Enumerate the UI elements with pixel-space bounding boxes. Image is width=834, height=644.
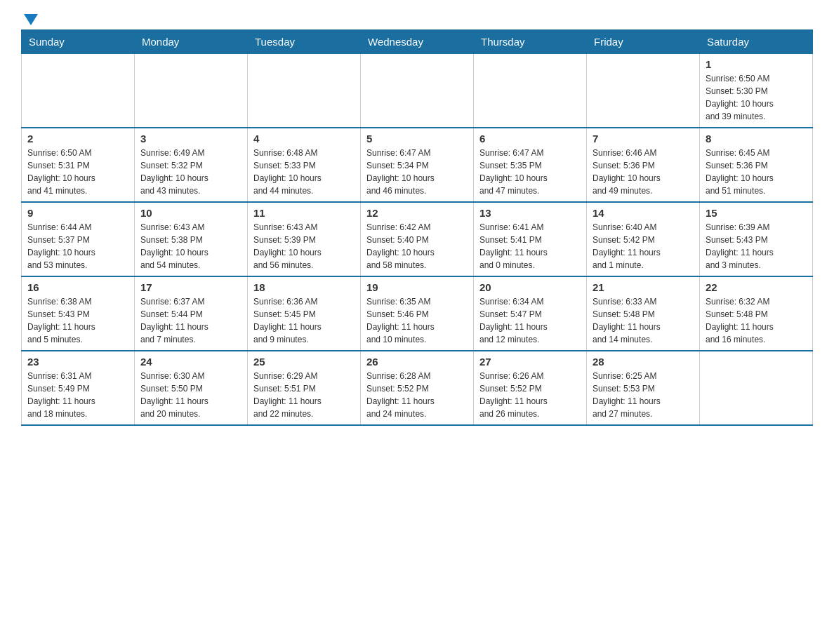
calendar-day-cell: 10Sunrise: 6:43 AM Sunset: 5:38 PM Dayli…	[135, 202, 248, 276]
day-info: Sunrise: 6:35 AM Sunset: 5:46 PM Dayligh…	[366, 295, 468, 346]
day-info: Sunrise: 6:37 AM Sunset: 5:44 PM Dayligh…	[140, 295, 241, 346]
calendar-day-cell: 22Sunrise: 6:32 AM Sunset: 5:48 PM Dayli…	[700, 276, 813, 351]
calendar-day-cell: 6Sunrise: 6:47 AM Sunset: 5:35 PM Daylig…	[474, 128, 587, 202]
day-info: Sunrise: 6:44 AM Sunset: 5:37 PM Dayligh…	[27, 221, 128, 271]
day-number: 13	[479, 207, 581, 219]
day-info: Sunrise: 6:45 AM Sunset: 5:36 PM Dayligh…	[706, 147, 807, 197]
logo-general	[21, 14, 38, 25]
calendar-day-cell: 27Sunrise: 6:26 AM Sunset: 5:52 PM Dayli…	[474, 351, 587, 425]
day-of-week-header: Friday	[587, 30, 700, 54]
calendar-day-cell: 8Sunrise: 6:45 AM Sunset: 5:36 PM Daylig…	[700, 128, 813, 202]
day-number: 2	[27, 133, 128, 145]
calendar-header-row: SundayMondayTuesdayWednesdayThursdayFrid…	[22, 30, 813, 54]
calendar-day-cell: 24Sunrise: 6:30 AM Sunset: 5:50 PM Dayli…	[135, 351, 248, 425]
day-number: 12	[366, 207, 468, 219]
day-info: Sunrise: 6:47 AM Sunset: 5:34 PM Dayligh…	[366, 147, 468, 197]
calendar-day-cell: 7Sunrise: 6:46 AM Sunset: 5:36 PM Daylig…	[587, 128, 700, 202]
calendar-day-cell: 16Sunrise: 6:38 AM Sunset: 5:43 PM Dayli…	[22, 276, 135, 351]
day-info: Sunrise: 6:49 AM Sunset: 5:32 PM Dayligh…	[140, 147, 241, 197]
day-of-week-header: Tuesday	[248, 30, 361, 54]
day-number: 1	[706, 58, 807, 70]
day-info: Sunrise: 6:36 AM Sunset: 5:45 PM Dayligh…	[253, 295, 355, 346]
day-info: Sunrise: 6:47 AM Sunset: 5:35 PM Dayligh…	[479, 147, 581, 197]
day-number: 15	[706, 207, 807, 219]
day-info: Sunrise: 6:30 AM Sunset: 5:50 PM Dayligh…	[140, 370, 241, 420]
calendar-week-row: 2Sunrise: 6:50 AM Sunset: 5:31 PM Daylig…	[22, 128, 813, 202]
calendar-day-cell: 11Sunrise: 6:43 AM Sunset: 5:39 PM Dayli…	[248, 202, 361, 276]
day-info: Sunrise: 6:50 AM Sunset: 5:30 PM Dayligh…	[706, 72, 807, 123]
calendar-day-cell	[22, 54, 135, 128]
calendar-table: SundayMondayTuesdayWednesdayThursdayFrid…	[21, 29, 813, 426]
day-number: 11	[253, 207, 355, 219]
day-number: 3	[140, 133, 241, 145]
day-number: 20	[479, 281, 581, 293]
calendar-day-cell: 2Sunrise: 6:50 AM Sunset: 5:31 PM Daylig…	[22, 128, 135, 202]
day-of-week-header: Sunday	[22, 30, 135, 54]
day-number: 16	[27, 281, 128, 293]
day-number: 19	[366, 281, 468, 293]
calendar-day-cell	[135, 54, 248, 128]
calendar-day-cell: 26Sunrise: 6:28 AM Sunset: 5:52 PM Dayli…	[361, 351, 474, 425]
day-info: Sunrise: 6:41 AM Sunset: 5:41 PM Dayligh…	[479, 221, 581, 271]
day-number: 5	[366, 133, 468, 145]
logo	[21, 14, 38, 22]
calendar-day-cell: 4Sunrise: 6:48 AM Sunset: 5:33 PM Daylig…	[248, 128, 361, 202]
day-of-week-header: Saturday	[700, 30, 813, 54]
day-info: Sunrise: 6:32 AM Sunset: 5:48 PM Dayligh…	[706, 295, 807, 346]
day-number: 21	[593, 281, 694, 293]
day-number: 8	[706, 133, 807, 145]
calendar-day-cell: 25Sunrise: 6:29 AM Sunset: 5:51 PM Dayli…	[248, 351, 361, 425]
day-number: 25	[253, 356, 355, 368]
calendar-day-cell: 23Sunrise: 6:31 AM Sunset: 5:49 PM Dayli…	[22, 351, 135, 425]
page-header	[21, 14, 813, 22]
day-info: Sunrise: 6:33 AM Sunset: 5:48 PM Dayligh…	[593, 295, 694, 346]
calendar-week-row: 16Sunrise: 6:38 AM Sunset: 5:43 PM Dayli…	[22, 276, 813, 351]
day-number: 23	[27, 356, 128, 368]
calendar-day-cell: 28Sunrise: 6:25 AM Sunset: 5:53 PM Dayli…	[587, 351, 700, 425]
day-number: 10	[140, 207, 241, 219]
logo-triangle-icon	[24, 14, 38, 25]
calendar-day-cell	[361, 54, 474, 128]
day-of-week-header: Thursday	[474, 30, 587, 54]
calendar-week-row: 1Sunrise: 6:50 AM Sunset: 5:30 PM Daylig…	[22, 54, 813, 128]
day-info: Sunrise: 6:43 AM Sunset: 5:38 PM Dayligh…	[140, 221, 241, 271]
day-info: Sunrise: 6:40 AM Sunset: 5:42 PM Dayligh…	[593, 221, 694, 271]
calendar-day-cell: 17Sunrise: 6:37 AM Sunset: 5:44 PM Dayli…	[135, 276, 248, 351]
calendar-day-cell	[587, 54, 700, 128]
day-info: Sunrise: 6:29 AM Sunset: 5:51 PM Dayligh…	[253, 370, 355, 420]
day-info: Sunrise: 6:46 AM Sunset: 5:36 PM Dayligh…	[593, 147, 694, 197]
day-of-week-header: Wednesday	[361, 30, 474, 54]
day-info: Sunrise: 6:26 AM Sunset: 5:52 PM Dayligh…	[479, 370, 581, 420]
calendar-day-cell: 20Sunrise: 6:34 AM Sunset: 5:47 PM Dayli…	[474, 276, 587, 351]
calendar-day-cell: 1Sunrise: 6:50 AM Sunset: 5:30 PM Daylig…	[700, 54, 813, 128]
day-info: Sunrise: 6:39 AM Sunset: 5:43 PM Dayligh…	[706, 221, 807, 271]
day-info: Sunrise: 6:42 AM Sunset: 5:40 PM Dayligh…	[366, 221, 468, 271]
day-number: 17	[140, 281, 241, 293]
day-number: 7	[593, 133, 694, 145]
calendar-week-row: 9Sunrise: 6:44 AM Sunset: 5:37 PM Daylig…	[22, 202, 813, 276]
calendar-day-cell: 19Sunrise: 6:35 AM Sunset: 5:46 PM Dayli…	[361, 276, 474, 351]
calendar-day-cell: 9Sunrise: 6:44 AM Sunset: 5:37 PM Daylig…	[22, 202, 135, 276]
calendar-day-cell: 14Sunrise: 6:40 AM Sunset: 5:42 PM Dayli…	[587, 202, 700, 276]
day-info: Sunrise: 6:28 AM Sunset: 5:52 PM Dayligh…	[366, 370, 468, 420]
day-number: 28	[593, 356, 694, 368]
calendar-day-cell: 21Sunrise: 6:33 AM Sunset: 5:48 PM Dayli…	[587, 276, 700, 351]
calendar-week-row: 23Sunrise: 6:31 AM Sunset: 5:49 PM Dayli…	[22, 351, 813, 425]
calendar-day-cell: 3Sunrise: 6:49 AM Sunset: 5:32 PM Daylig…	[135, 128, 248, 202]
day-info: Sunrise: 6:50 AM Sunset: 5:31 PM Dayligh…	[27, 147, 128, 197]
day-info: Sunrise: 6:43 AM Sunset: 5:39 PM Dayligh…	[253, 221, 355, 271]
day-number: 27	[479, 356, 581, 368]
day-info: Sunrise: 6:31 AM Sunset: 5:49 PM Dayligh…	[27, 370, 128, 420]
calendar-day-cell	[700, 351, 813, 425]
calendar-day-cell: 15Sunrise: 6:39 AM Sunset: 5:43 PM Dayli…	[700, 202, 813, 276]
day-number: 24	[140, 356, 241, 368]
day-number: 18	[253, 281, 355, 293]
day-info: Sunrise: 6:25 AM Sunset: 5:53 PM Dayligh…	[593, 370, 694, 420]
calendar-day-cell: 12Sunrise: 6:42 AM Sunset: 5:40 PM Dayli…	[361, 202, 474, 276]
calendar-day-cell	[248, 54, 361, 128]
day-number: 26	[366, 356, 468, 368]
calendar-day-cell: 18Sunrise: 6:36 AM Sunset: 5:45 PM Dayli…	[248, 276, 361, 351]
day-of-week-header: Monday	[135, 30, 248, 54]
day-number: 6	[479, 133, 581, 145]
calendar-day-cell: 5Sunrise: 6:47 AM Sunset: 5:34 PM Daylig…	[361, 128, 474, 202]
